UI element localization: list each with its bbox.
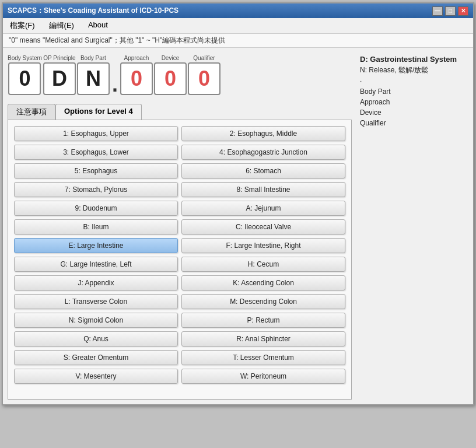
rp-approach: Approach bbox=[360, 98, 466, 106]
option-btn-q[interactable]: Q: Anus bbox=[14, 331, 178, 346]
option-btn-9[interactable]: 9: Duodenum bbox=[14, 201, 178, 216]
rp-qualifier: Qualifier bbox=[360, 119, 466, 127]
menubar: 檔案(F) 編輯(E) About bbox=[3, 18, 473, 34]
col-approach: Approach 0 bbox=[120, 55, 153, 95]
option-btn-r[interactable]: R: Anal Sphincter bbox=[181, 331, 345, 346]
dot-separator: . bbox=[111, 72, 119, 97]
label-device: Device bbox=[162, 55, 180, 61]
rp-device: Device bbox=[360, 108, 466, 117]
left-area: Body System 0 OP Principle D Body Part N… bbox=[8, 52, 352, 400]
tab-options[interactable]: Options for Level 4 bbox=[55, 104, 142, 120]
option-btn-w[interactable]: W: Peritoneum bbox=[181, 369, 345, 384]
option-btn-k[interactable]: K: Ascending Colon bbox=[181, 275, 345, 290]
option-btn-5[interactable]: 5: Esophagus bbox=[14, 163, 178, 178]
rp-system: D: Gastrointestinal System bbox=[360, 55, 466, 64]
menu-file[interactable]: 檔案(F) bbox=[8, 19, 37, 32]
option-btn-c[interactable]: C: Ileocecal Valve bbox=[181, 219, 345, 235]
option-btn-6[interactable]: 6: Stomach bbox=[181, 163, 345, 178]
option-btn-3[interactable]: 3: Esophagus, Lower bbox=[14, 145, 178, 160]
code-box-n[interactable]: N bbox=[77, 62, 110, 95]
col-op-principle: OP Principle D bbox=[43, 55, 76, 95]
close-button[interactable]: ✕ bbox=[458, 6, 468, 16]
option-btn-f[interactable]: F: Large Intestine, Right bbox=[181, 238, 345, 253]
col-body-part: Body Part N bbox=[77, 55, 110, 95]
option-btn-n[interactable]: N: Sigmoid Colon bbox=[14, 313, 178, 328]
label-qualifier: Qualifier bbox=[193, 55, 215, 61]
code-box-0[interactable]: 0 bbox=[8, 62, 41, 95]
rp-operation: N: Release, 鬆解/放鬆 bbox=[360, 65, 466, 75]
option-btn-e[interactable]: E: Large Intestine bbox=[14, 238, 178, 253]
tab-area: 注意事項 Options for Level 4 1: Esophagus, U… bbox=[8, 104, 352, 400]
option-btn-h[interactable]: H: Cecum bbox=[181, 257, 345, 272]
tab-notes[interactable]: 注意事項 bbox=[8, 104, 55, 120]
menu-about[interactable]: About bbox=[86, 19, 110, 32]
code-box-d[interactable]: D bbox=[43, 62, 76, 95]
option-btn-b[interactable]: B: Ileum bbox=[14, 219, 178, 235]
options-grid: 1: Esophagus, Upper2: Esophagus, Middle3… bbox=[14, 126, 345, 384]
option-btn-4[interactable]: 4: Esophagogastric Junction bbox=[181, 145, 345, 160]
right-panel: D: Gastrointestinal System N: Release, 鬆… bbox=[358, 52, 468, 400]
label-body-system: Body System bbox=[8, 55, 42, 61]
title-bar: SCAPCS：Shee's Coading Assistant of ICD-1… bbox=[3, 4, 473, 18]
option-btn-t[interactable]: T: Lesser Omentum bbox=[181, 350, 345, 365]
info-bar: "0" means "Medical and Surgical"；其他 "1" … bbox=[3, 34, 473, 48]
label-approach: Approach bbox=[124, 55, 149, 61]
option-btn-s[interactable]: S: Greater Omentum bbox=[14, 350, 178, 365]
title-buttons: — □ ✕ bbox=[432, 6, 468, 16]
option-btn-p[interactable]: P: Rectum bbox=[181, 313, 345, 328]
menu-edit[interactable]: 編輯(E) bbox=[47, 19, 76, 32]
minimize-button[interactable]: — bbox=[432, 6, 443, 16]
option-btn-2[interactable]: 2: Esophagus, Middle bbox=[181, 126, 345, 141]
label-body-part: Body Part bbox=[80, 55, 106, 61]
option-btn-a[interactable]: A: Jejunum bbox=[181, 201, 345, 216]
option-btn-v[interactable]: V: Mesentery bbox=[14, 369, 178, 384]
tabs: 注意事項 Options for Level 4 bbox=[8, 104, 352, 120]
code-box-qualifier[interactable]: 0 bbox=[188, 62, 220, 95]
window-title: SCAPCS：Shee's Coading Assistant of ICD-1… bbox=[8, 6, 178, 16]
col-device: Device 0 bbox=[154, 55, 187, 95]
rp-dot: · bbox=[360, 77, 466, 85]
option-btn-m[interactable]: M: Descending Colon bbox=[181, 294, 345, 309]
option-btn-7[interactable]: 7: Stomach, Pylorus bbox=[14, 182, 178, 197]
col-qualifier: Qualifier 0 bbox=[188, 55, 220, 95]
option-btn-g[interactable]: G: Large Intestine, Left bbox=[14, 257, 178, 272]
maximize-button[interactable]: □ bbox=[445, 6, 456, 16]
code-box-device[interactable]: 0 bbox=[154, 62, 187, 95]
option-btn-8[interactable]: 8: Small Intestine bbox=[181, 182, 345, 197]
option-btn-1[interactable]: 1: Esophagus, Upper bbox=[14, 126, 178, 141]
main-area: Body System 0 OP Principle D Body Part N… bbox=[3, 48, 473, 404]
code-box-approach[interactable]: 0 bbox=[120, 62, 153, 95]
code-display: Body System 0 OP Principle D Body Part N… bbox=[8, 52, 352, 99]
option-btn-l[interactable]: L: Transverse Colon bbox=[14, 294, 178, 309]
label-op-principle: OP Principle bbox=[43, 55, 75, 61]
col-body-system: Body System 0 bbox=[8, 55, 42, 95]
tab-content: 1: Esophagus, Upper2: Esophagus, Middle3… bbox=[8, 120, 352, 400]
info-text: "0" means "Medical and Surgical"；其他 "1" … bbox=[9, 36, 225, 44]
main-window: SCAPCS：Shee's Coading Assistant of ICD-1… bbox=[2, 2, 474, 405]
rp-body-part: Body Part bbox=[360, 88, 466, 96]
option-btn-j[interactable]: J: Appendix bbox=[14, 275, 178, 290]
